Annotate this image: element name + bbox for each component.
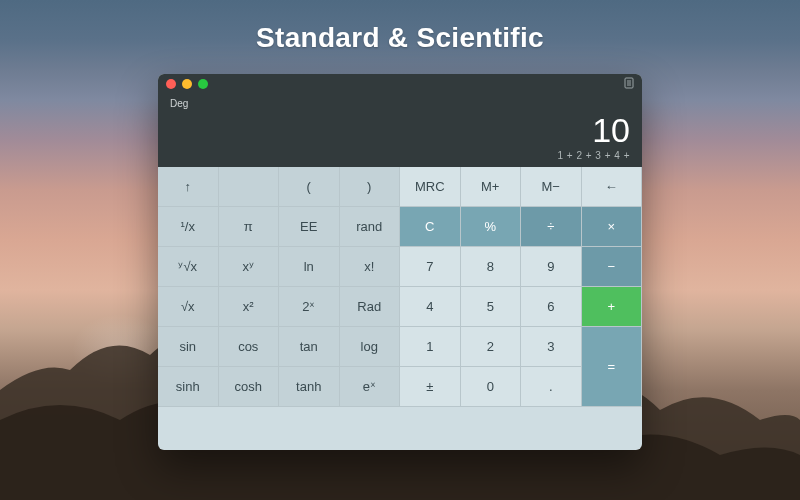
key-ee[interactable]: EE xyxy=(279,207,340,247)
key-equals[interactable]: = xyxy=(582,327,643,407)
key-1[interactable]: 1 xyxy=(400,327,461,367)
key-plusminus[interactable]: ± xyxy=(400,367,461,407)
key-cos[interactable]: cos xyxy=(219,327,280,367)
minimize-icon[interactable] xyxy=(182,79,192,89)
key-blank[interactable] xyxy=(219,167,280,207)
key-up-arrow[interactable]: ↑ xyxy=(158,167,219,207)
key-m-plus[interactable]: M+ xyxy=(461,167,522,207)
key-percent[interactable]: % xyxy=(461,207,522,247)
key-2-pow-x[interactable]: 2ˣ xyxy=(279,287,340,327)
keypad: ↑ ( ) MRC M+ M− ← ¹/x π EE rand C % ÷ × … xyxy=(158,167,642,407)
key-3[interactable]: 3 xyxy=(521,327,582,367)
key-9[interactable]: 9 xyxy=(521,247,582,287)
key-4[interactable]: 4 xyxy=(400,287,461,327)
key-0[interactable]: 0 xyxy=(461,367,522,407)
result-value: 10 xyxy=(170,112,630,148)
titlebar xyxy=(158,74,642,94)
key-7[interactable]: 7 xyxy=(400,247,461,287)
key-5[interactable]: 5 xyxy=(461,287,522,327)
key-reciprocal[interactable]: ¹/x xyxy=(158,207,219,247)
key-multiply[interactable]: × xyxy=(582,207,643,247)
key-plus[interactable]: + xyxy=(582,287,643,327)
key-ln[interactable]: ln xyxy=(279,247,340,287)
zoom-icon[interactable] xyxy=(198,79,208,89)
key-x-squared[interactable]: x² xyxy=(219,287,280,327)
key-paren-open[interactable]: ( xyxy=(279,167,340,207)
key-mrc[interactable]: MRC xyxy=(400,167,461,207)
key-rad[interactable]: Rad xyxy=(340,287,401,327)
key-backspace[interactable]: ← xyxy=(582,167,643,207)
key-2[interactable]: 2 xyxy=(461,327,522,367)
page-heading: Standard & Scientific xyxy=(0,22,800,54)
key-8[interactable]: 8 xyxy=(461,247,522,287)
key-clear[interactable]: C xyxy=(400,207,461,247)
key-factorial[interactable]: x! xyxy=(340,247,401,287)
key-6[interactable]: 6 xyxy=(521,287,582,327)
key-cosh[interactable]: cosh xyxy=(219,367,280,407)
key-divide[interactable]: ÷ xyxy=(521,207,582,247)
key-sqrt[interactable]: √x xyxy=(158,287,219,327)
key-sin[interactable]: sin xyxy=(158,327,219,367)
expression-history: 1 + 2 + 3 + 4 + xyxy=(170,148,630,161)
key-tan[interactable]: tan xyxy=(279,327,340,367)
display-area: Deg 10 1 + 2 + 3 + 4 + xyxy=(158,94,642,167)
key-x-pow-y[interactable]: xʸ xyxy=(219,247,280,287)
key-yroot[interactable]: ʸ√x xyxy=(158,247,219,287)
calculator-window: Deg 10 1 + 2 + 3 + 4 + ↑ ( ) MRC M+ M− ←… xyxy=(158,74,642,450)
angle-mode: Deg xyxy=(170,98,630,112)
key-sinh[interactable]: sinh xyxy=(158,367,219,407)
key-pi[interactable]: π xyxy=(219,207,280,247)
key-log[interactable]: log xyxy=(340,327,401,367)
key-rand[interactable]: rand xyxy=(340,207,401,247)
key-e-pow-x[interactable]: eˣ xyxy=(340,367,401,407)
key-tanh[interactable]: tanh xyxy=(279,367,340,407)
key-paren-close[interactable]: ) xyxy=(340,167,401,207)
close-icon[interactable] xyxy=(166,79,176,89)
key-decimal[interactable]: . xyxy=(521,367,582,407)
key-m-minus[interactable]: M− xyxy=(521,167,582,207)
key-minus[interactable]: − xyxy=(582,247,643,287)
history-icon[interactable] xyxy=(624,77,634,91)
